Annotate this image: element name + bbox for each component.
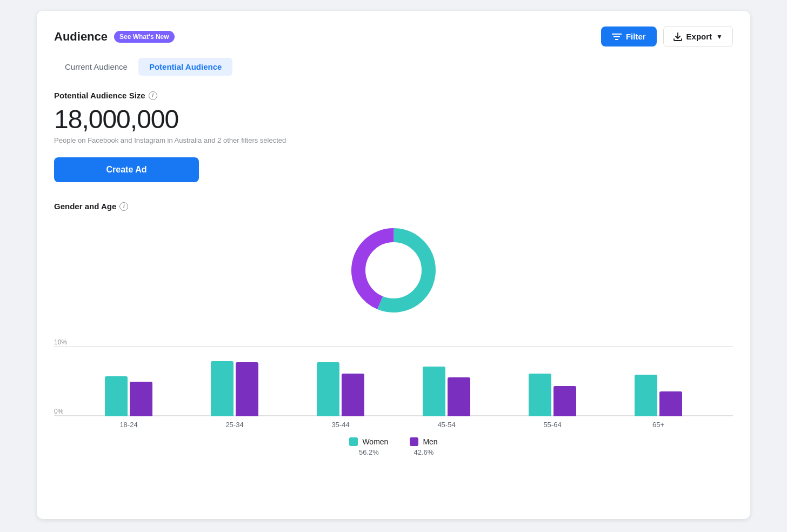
bar-group-65plus [635, 375, 682, 416]
filter-button[interactable]: Filter [601, 26, 657, 46]
legend-men-color [410, 437, 418, 446]
x-label-65plus: 65+ [634, 421, 683, 429]
audience-size-info-icon[interactable]: i [149, 91, 157, 100]
tab-potential-audience[interactable]: Potential Audience [138, 58, 232, 76]
bar-women-35-44 [317, 362, 339, 416]
x-label-25-34: 25-34 [210, 421, 259, 429]
bar-women-18-24 [105, 376, 128, 416]
create-ad-button[interactable]: Create Ad [54, 157, 199, 182]
bar-men-25-34 [236, 362, 258, 416]
bar-group-45-54 [423, 367, 470, 416]
legend-women-pct: 56.2% [359, 448, 379, 456]
page-header: Audience See What's New Filter Export ▼ [54, 26, 733, 47]
gender-age-label: Gender and Age i [54, 202, 733, 211]
x-axis-labels: 18-24 25-34 35-44 45-54 55-64 65+ [54, 416, 733, 429]
bar-women-55-64 [529, 374, 551, 416]
x-label-55-64: 55-64 [528, 421, 577, 429]
bar-men-35-44 [342, 374, 364, 416]
audience-number: 18,000,000 [54, 104, 733, 134]
audience-description: People on Facebook and Instagram in Aust… [54, 136, 733, 144]
bar-group-25-34 [211, 361, 258, 416]
audience-tabs: Current Audience Potential Audience [54, 58, 733, 76]
export-chevron-icon: ▼ [716, 33, 723, 41]
chart-legend: Women 56.2% Men 42.6% [54, 437, 733, 456]
legend-men-pct: 42.6% [414, 448, 434, 456]
x-label-45-54: 45-54 [422, 421, 471, 429]
bars-area [54, 330, 733, 416]
bar-group-35-44 [317, 362, 364, 416]
bar-men-45-54 [448, 377, 470, 416]
page-title: Audience [54, 30, 108, 44]
donut-chart [54, 222, 733, 319]
bar-chart-grid: 10% 0% [54, 330, 733, 416]
audience-size-section: Potential Audience Size i 18,000,000 Peo… [54, 91, 733, 182]
bar-women-65plus [635, 375, 657, 416]
bar-men-65plus [659, 391, 682, 416]
bar-group-55-64 [529, 374, 576, 416]
legend-women-color [349, 437, 358, 446]
export-icon [673, 32, 682, 41]
filter-label: Filter [626, 32, 646, 41]
bar-chart: 10% 0% [54, 330, 733, 429]
bar-men-55-64 [553, 386, 576, 416]
legend-women-label: Women [362, 437, 388, 446]
header-left: Audience See What's New [54, 30, 175, 44]
bar-women-25-34 [211, 361, 234, 416]
export-button[interactable]: Export ▼ [663, 26, 733, 47]
legend-men: Men 42.6% [410, 437, 437, 456]
x-label-35-44: 35-44 [316, 421, 365, 429]
legend-men-label: Men [423, 437, 437, 446]
tab-current-audience[interactable]: Current Audience [54, 58, 138, 76]
donut-svg [345, 222, 442, 319]
main-card: Audience See What's New Filter Export ▼ [37, 11, 750, 519]
bar-group-18-24 [105, 376, 152, 416]
export-label: Export [686, 32, 712, 41]
legend-women: Women 56.2% [349, 437, 388, 456]
bar-men-18-24 [130, 382, 152, 416]
donut-center [368, 244, 419, 296]
audience-size-label: Potential Audience Size i [54, 91, 733, 100]
gender-age-info-icon[interactable]: i [119, 202, 128, 211]
bar-women-45-54 [423, 367, 445, 416]
x-label-18-24: 18-24 [104, 421, 153, 429]
filter-icon [612, 33, 622, 41]
whats-new-badge[interactable]: See What's New [114, 31, 175, 43]
header-right: Filter Export ▼ [601, 26, 733, 47]
